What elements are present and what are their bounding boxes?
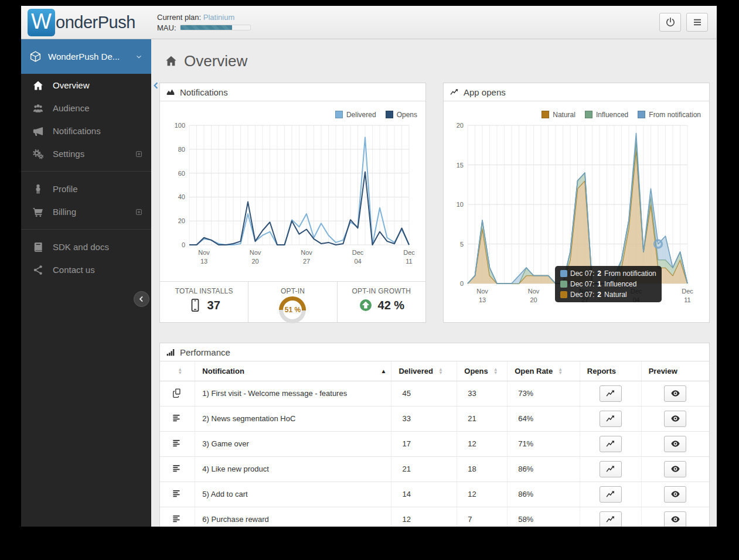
- column-header-delivered[interactable]: Delivered▲▼: [391, 361, 457, 381]
- column-header-opens[interactable]: Opens▲▼: [457, 361, 508, 381]
- svg-text:Nov: Nov: [250, 249, 261, 256]
- sidebar-item-sdk-and-docs[interactable]: SDK and docs: [21, 235, 151, 258]
- eye-icon: [670, 514, 680, 524]
- copy-icon: [172, 388, 183, 399]
- eye-icon: [670, 388, 680, 398]
- area-chart-icon: [166, 87, 175, 97]
- svg-text:20: 20: [251, 258, 258, 265]
- preview-button[interactable]: [664, 436, 686, 452]
- page-title: Overview: [184, 52, 247, 70]
- preview-button[interactable]: [664, 461, 686, 477]
- users-icon: [32, 103, 44, 114]
- plan-value-link[interactable]: Platinium: [203, 13, 234, 22]
- delivered-value: 14: [391, 482, 457, 507]
- open-rate-value: 86%: [508, 456, 580, 482]
- reports-button[interactable]: [600, 511, 622, 527]
- sidebar-item-notifications[interactable]: Notifications: [21, 119, 151, 142]
- preview-button[interactable]: [664, 486, 686, 503]
- svg-text:04: 04: [354, 258, 361, 265]
- line-chart-icon: [605, 388, 615, 398]
- notification-name: 1) First visit - Welcome message - featu…: [195, 381, 391, 406]
- sidebar-item-contact-us[interactable]: Contact us: [21, 258, 151, 281]
- sidebar-item-label: Contact us: [53, 265, 95, 275]
- sidebar-item-profile[interactable]: Profile: [21, 177, 151, 200]
- column-header-icon[interactable]: ▲▼: [160, 361, 195, 381]
- logo-letter: W: [31, 9, 52, 34]
- nav-section-help: SDK and docs Contact us: [21, 229, 151, 281]
- legend-item-from-notification[interactable]: From notification: [638, 110, 701, 119]
- tooltip-swatch: [560, 291, 567, 298]
- svg-text:27: 27: [303, 258, 310, 265]
- svg-text:11: 11: [406, 258, 412, 265]
- sidebar-item-label: Profile: [53, 184, 78, 194]
- reports-button[interactable]: [600, 385, 622, 402]
- line-chart-icon: [605, 439, 615, 449]
- svg-text:40: 40: [178, 193, 185, 200]
- opens-value: 12: [457, 431, 508, 456]
- menu-icon: [692, 17, 703, 28]
- delivered-value: 12: [391, 507, 457, 527]
- svg-text:Dec: Dec: [403, 249, 415, 256]
- legend-swatch: [386, 111, 393, 118]
- open-rate-value: 86%: [508, 482, 580, 507]
- legend-item-delivered[interactable]: Delivered: [335, 110, 376, 119]
- expand-icon[interactable]: [135, 208, 143, 216]
- sort-icon: ▲▼: [493, 368, 498, 375]
- delivered-value: 21: [391, 456, 457, 482]
- legend-item-natural[interactable]: Natural: [542, 110, 575, 119]
- brand-logo[interactable]: W onderPush: [21, 9, 151, 36]
- text-lines-icon: [172, 413, 183, 424]
- line-chart-icon: [605, 489, 615, 499]
- logo-square: W: [28, 9, 55, 36]
- app-selector[interactable]: WonderPush De...: [21, 39, 151, 74]
- svg-text:20: 20: [530, 296, 537, 303]
- legend-item-influenced[interactable]: Influenced: [585, 110, 628, 119]
- eye-icon: [670, 464, 680, 474]
- phone-icon: [188, 298, 202, 312]
- legend-swatch: [542, 111, 549, 118]
- nav-section-account: Profile Billing: [21, 171, 151, 223]
- delivered-value: 17: [391, 431, 457, 456]
- reports-button[interactable]: [600, 411, 622, 427]
- sidebar-item-label: Settings: [53, 149, 84, 159]
- svg-text:10: 10: [457, 201, 464, 208]
- legend-item-opens[interactable]: Opens: [386, 110, 417, 119]
- notification-name: 5) Add to cart: [195, 482, 391, 507]
- sidebar-item-billing[interactable]: Billing: [21, 200, 151, 223]
- reports-button[interactable]: [600, 486, 622, 503]
- stat-total-installs: TOTAL INSTALLS 37: [160, 282, 248, 322]
- logout-button[interactable]: [659, 13, 681, 32]
- column-header-open-rate[interactable]: Open Rate▲▼: [508, 361, 580, 381]
- reports-button[interactable]: [600, 436, 622, 452]
- book-icon: [32, 241, 44, 253]
- line-chart-icon: [449, 87, 459, 97]
- bar-chart-icon: [166, 347, 175, 357]
- svg-text:60: 60: [178, 170, 185, 177]
- megaphone-icon: [32, 125, 44, 137]
- svg-text:15: 15: [457, 162, 464, 169]
- sidebar-item-overview[interactable]: Overview: [21, 74, 151, 97]
- table-row: 5) Add to cart 14 12 86%: [160, 482, 709, 507]
- preview-button[interactable]: [664, 411, 686, 427]
- opt-in-gauge: 51 %: [279, 296, 306, 323]
- column-header-notification[interactable]: Notification▲: [195, 361, 391, 381]
- power-icon: [665, 17, 676, 28]
- reports-button[interactable]: [600, 461, 622, 477]
- menu-button[interactable]: [686, 13, 708, 32]
- sidebar-item-settings[interactable]: Settings: [21, 142, 151, 165]
- table-row: 1) First visit - Welcome message - featu…: [160, 381, 709, 406]
- sidebar-item-label: Notifications: [53, 126, 101, 136]
- home-icon: [32, 80, 44, 91]
- stat-opt-in: OPT-IN 51 %: [248, 282, 337, 322]
- app-selector-label: WonderPush De...: [48, 52, 128, 62]
- sort-icon: ▲▼: [558, 368, 563, 375]
- sidebar-collapse-button[interactable]: [134, 291, 149, 307]
- preview-button[interactable]: [664, 511, 686, 527]
- arrow-circle-up-icon: [359, 298, 373, 312]
- performance-panel: Performance ▲▼ Notification▲ Delivered▲▼…: [159, 343, 710, 527]
- sidebar-item-audience[interactable]: Audience: [21, 97, 151, 119]
- expand-icon[interactable]: [135, 150, 143, 158]
- svg-text:11: 11: [684, 296, 690, 303]
- preview-button[interactable]: [664, 385, 686, 402]
- mau-bar-fill: [181, 25, 232, 30]
